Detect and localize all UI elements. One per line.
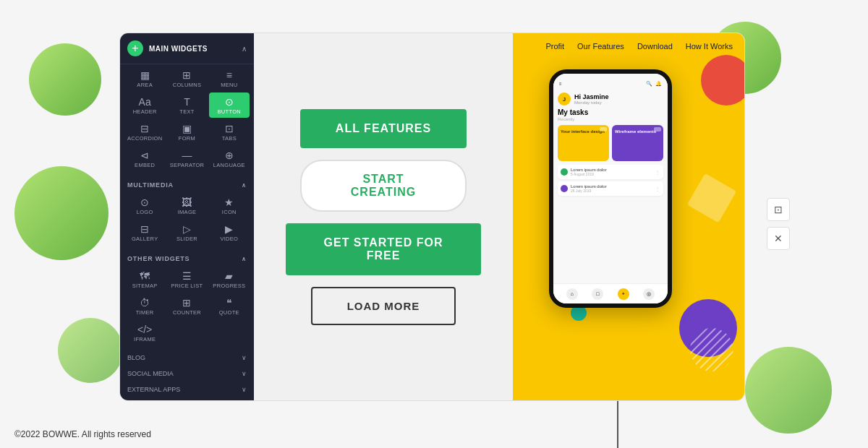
- multimedia-section-title[interactable]: MULTIMEDIA ∧: [120, 176, 254, 191]
- nav-download[interactable]: Download: [637, 42, 673, 51]
- phone-mockup: ≡ 🔍 🔔 J Hi Jasmine Monday today My tasks…: [549, 69, 672, 308]
- phone-cards: Your interface design Wireframe elements: [558, 125, 663, 161]
- widget-iframe[interactable]: </>IFRAME: [124, 320, 165, 345]
- widget-video[interactable]: ▶VIDEO: [209, 220, 250, 245]
- load-more-button[interactable]: LOAD MORE: [311, 287, 456, 325]
- copy-button[interactable]: ⊡: [767, 198, 790, 221]
- sidebar-header: + MAIN WIDGETS ∧: [120, 33, 254, 64]
- phone-hi-text: Hi Jasmine: [574, 93, 609, 100]
- widget-embed[interactable]: ⊲EMBED: [124, 146, 165, 171]
- widget-counter[interactable]: ⊞COUNTER: [166, 293, 207, 319]
- phone-list-item-2: Lorem ipsum dolor 26 July 2019 ⋮: [558, 181, 663, 196]
- copy-icon: ⊡: [774, 204, 783, 215]
- preview-coral-circle: [701, 55, 744, 105]
- widget-header[interactable]: AaHEADER: [124, 92, 165, 118]
- widget-progress[interactable]: ▰PROGRESS: [209, 267, 250, 292]
- phone-search-icon: □: [592, 288, 603, 300]
- main-widgets-grid: ▦AREA ⊞COLUMNS ≡MENU AaHEADER TTEXT ⊙BUT…: [120, 64, 254, 176]
- widget-image[interactable]: 🖼IMAGE: [166, 193, 207, 218]
- widget-quote[interactable]: ❝QUOTE: [209, 293, 250, 319]
- sidebar: + MAIN WIDGETS ∧ ▦AREA ⊞COLUMNS ≡MENU Aa…: [120, 33, 254, 400]
- phone-bottom-bar: ⌂ □ + ◎: [553, 283, 668, 303]
- widget-slider[interactable]: ▷SLIDER: [166, 220, 207, 245]
- close-icon: ✕: [774, 233, 783, 244]
- v-line-bottom: [617, 401, 618, 448]
- phone-avatar: J: [558, 92, 571, 105]
- phone-card-2: Wireframe elements: [612, 125, 663, 161]
- widget-icon[interactable]: ★ICON: [209, 193, 250, 218]
- footer: ©2022 BOWWE. All rights reserved: [14, 429, 151, 439]
- phone-home-icon: ⌂: [566, 288, 578, 300]
- close-button[interactable]: ✕: [767, 227, 790, 250]
- widget-form[interactable]: ▣FORM: [166, 119, 207, 145]
- blog-section[interactable]: BLOG ∨: [120, 350, 254, 366]
- phone-card-1: Your interface design: [558, 125, 609, 161]
- widget-timer[interactable]: ⏱TIMER: [124, 293, 165, 319]
- phone-list-item-1: Lorem ipsum dolor 5 August 2019 ⋮: [558, 165, 663, 179]
- other-widgets-grid: 🗺SITEMAP ☰PRICE LIST ▰PROGRESS ⏱TIMER ⊞C…: [120, 265, 254, 350]
- widget-menu[interactable]: ≡MENU: [209, 66, 250, 91]
- phone-bell-icon: ◎: [643, 288, 655, 300]
- preview-nav: Profit Our Features Download How It Work…: [513, 33, 744, 59]
- phone-top-bar: ≡ 🔍 🔔: [558, 78, 663, 90]
- widget-sitemap[interactable]: 🗺SITEMAP: [124, 267, 165, 292]
- multimedia-widgets-grid: ⊙LOGO 🖼IMAGE ★ICON ⊟GALLERY ▷SLIDER ▶VID…: [120, 191, 254, 249]
- stripe-pattern: [690, 328, 733, 371]
- all-features-button[interactable]: ALL FEATURES: [300, 109, 467, 148]
- social-media-section[interactable]: SOCIAL MEDIA ∨: [120, 366, 254, 382]
- widget-pricelist[interactable]: ☰PRICE LIST: [166, 267, 207, 292]
- phone-screen: ≡ 🔍 🔔 J Hi Jasmine Monday today My tasks…: [553, 74, 668, 283]
- nav-how-it-works[interactable]: How It Works: [686, 42, 733, 51]
- start-creating-button[interactable]: START CREATING: [300, 160, 467, 212]
- widget-gallery[interactable]: ⊟GALLERY: [124, 220, 165, 245]
- blob-bottom-right: [745, 347, 832, 434]
- blob-top-left: [29, 43, 101, 116]
- nav-profit[interactable]: Profit: [545, 42, 564, 51]
- browser-frame: + MAIN WIDGETS ∧ ▦AREA ⊞COLUMNS ≡MENU Aa…: [119, 33, 745, 401]
- widget-text[interactable]: TTEXT: [166, 92, 207, 118]
- canvas-area: ALL FEATURES START CREATING GET STARTED …: [254, 33, 513, 400]
- widget-columns[interactable]: ⊞COLUMNS: [166, 66, 207, 91]
- widget-tabs[interactable]: ⊡TABS: [209, 119, 250, 145]
- phone-sub-text: Monday today: [574, 100, 609, 105]
- blob-mid-left: [14, 166, 109, 260]
- preview-panel: Profit Our Features Download How It Work…: [513, 33, 744, 400]
- main-widgets-title: MAIN WIDGETS: [143, 45, 242, 53]
- phone-my-tasks: My tasks: [558, 108, 663, 116]
- add-widget-button[interactable]: +: [127, 40, 143, 56]
- phone-greeting: J Hi Jasmine Monday today: [558, 92, 663, 105]
- widget-language[interactable]: ⊕LANGUAGE: [209, 146, 250, 171]
- get-started-button[interactable]: GET STARTED FOR FREE: [286, 223, 481, 275]
- nav-features[interactable]: Our Features: [577, 42, 624, 51]
- external-apps-section[interactable]: EXTERNAL APPS ∨: [120, 382, 254, 397]
- side-toolbar: ⊡ ✕: [767, 198, 790, 250]
- widget-area[interactable]: ▦AREA: [124, 66, 165, 91]
- widget-separator[interactable]: —SEPARATOR: [166, 146, 207, 171]
- widget-accordion[interactable]: ⊟ACCORDION: [124, 119, 165, 145]
- svg-point-1: [690, 328, 733, 371]
- blob-bottom-left: [58, 318, 123, 383]
- preview-stripe-shape: [687, 173, 736, 223]
- phone-recently: Recently: [558, 117, 663, 121]
- widget-logo[interactable]: ⊙LOGO: [124, 193, 165, 218]
- other-widgets-section-title[interactable]: OTHER WIDGETS ∧: [120, 249, 254, 265]
- phone-add-icon: +: [618, 288, 629, 300]
- widget-button[interactable]: ⊙BUTTON: [209, 92, 250, 118]
- main-widgets-collapse[interactable]: ∧: [242, 45, 247, 53]
